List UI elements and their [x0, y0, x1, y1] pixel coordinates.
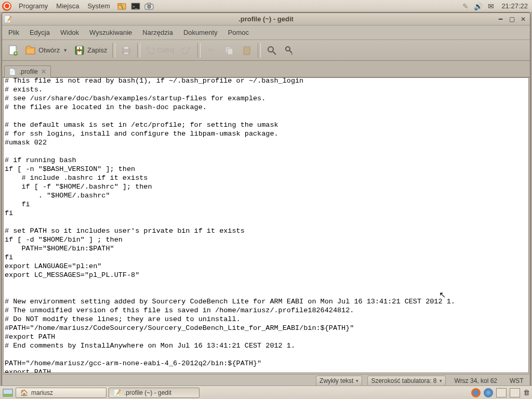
clock[interactable]: 21:27:22	[501, 2, 528, 10]
tab-close-icon[interactable]: ✕	[41, 68, 46, 75]
svg-text:+: +	[15, 51, 17, 56]
svg-rect-10	[26, 48, 35, 54]
workspace-switcher-2[interactable]	[510, 388, 520, 397]
svg-line-22	[273, 51, 276, 55]
close-button[interactable]: ✕	[518, 16, 528, 23]
tab-profile[interactable]: 📄 .profile ✕	[4, 65, 51, 77]
ubuntu-logo[interactable]	[2, 2, 11, 11]
svg-rect-15	[124, 46, 129, 49]
find-replace-button[interactable]	[282, 43, 297, 58]
task-mariusz[interactable]: 🏠 mariusz	[16, 388, 107, 398]
undo-button: Cofnij	[143, 43, 176, 58]
tab-label: .profile	[19, 68, 38, 75]
svg-rect-19	[244, 47, 250, 55]
open-label: Otwórz	[38, 46, 60, 54]
cut-button: ✂	[204, 43, 219, 58]
menubar: Plik Edycja Widok Wyszukiwanie Narzędzia…	[2, 25, 530, 40]
browser-icon[interactable]	[484, 388, 493, 397]
chevron-down-icon: ▾	[356, 378, 358, 383]
cursor-position: Wrsz 34, kol 62	[451, 376, 501, 386]
menu-system[interactable]: System	[83, 1, 114, 11]
copy-button	[221, 43, 237, 58]
mouse-pointer-icon: ↖	[439, 290, 446, 300]
svg-point-5	[148, 5, 151, 8]
menu-edit[interactable]: Edycja	[24, 26, 55, 38]
menu-programy[interactable]: Programy	[15, 1, 52, 11]
screenshot-icon[interactable]	[144, 2, 154, 10]
menu-file[interactable]: Plik	[3, 26, 24, 38]
open-button[interactable]: Otwórz ▼	[23, 43, 70, 58]
paste-button	[239, 43, 255, 58]
document-icon: 📝	[113, 389, 121, 396]
titlebar[interactable]: 📝 .profile (~) - gedit ━ ▢ ✕	[2, 13, 530, 25]
editor-area[interactable]: # This file is not read by bash(1), if ~…	[3, 77, 529, 373]
app-icon: 📝	[4, 16, 12, 23]
updates-icon[interactable]: ✎	[462, 2, 469, 10]
statusbar: Zwykły tekst ▾ Szerokość tabulatora: 8 ▾…	[2, 374, 530, 387]
find-button[interactable]	[264, 43, 280, 58]
menu-view[interactable]: Widok	[55, 26, 84, 38]
svg-point-23	[286, 47, 290, 51]
minimize-button[interactable]: ━	[496, 16, 505, 23]
volume-icon[interactable]: 🔊	[474, 2, 483, 10]
tabbar: 📄 .profile ✕	[2, 61, 530, 77]
menu-help[interactable]: Pomoc	[223, 26, 254, 38]
editor-content[interactable]: # This file is not read by bash(1), if ~…	[4, 77, 528, 373]
svg-rect-6	[148, 3, 151, 5]
svg-point-21	[268, 47, 273, 52]
redo-button	[179, 43, 194, 58]
chevron-down-icon: ▼	[63, 48, 68, 53]
task-gedit[interactable]: 📝 .profile (~) - gedit	[109, 388, 200, 398]
file-manager-icon[interactable]	[117, 2, 127, 10]
trash-icon[interactable]: 🗑	[523, 389, 530, 396]
svg-rect-20	[245, 46, 248, 48]
task-label: .profile (~) - gedit	[124, 389, 171, 396]
undo-label: Cofnij	[157, 46, 174, 54]
svg-rect-16	[124, 52, 129, 55]
svg-rect-1	[118, 4, 121, 5]
tabwidth-selector[interactable]: Szerokość tabulatora: 8 ▾	[367, 376, 445, 386]
svg-line-24	[289, 50, 292, 53]
gedit-window: 📝 .profile (~) - gedit ━ ▢ ✕ Plik Edycja…	[2, 12, 530, 387]
save-label: Zapisz	[87, 46, 107, 54]
home-icon: 🏠	[20, 389, 28, 396]
insert-mode: WST	[506, 376, 527, 386]
toolbar: + Otwórz ▼ Zapisz Cofnij ✂	[2, 40, 530, 61]
top-panel: Programy Miejsca System >_ ✎ 🔊 ✉ 21:27:2…	[0, 0, 532, 12]
syntax-selector[interactable]: Zwykły tekst ▾	[316, 376, 362, 386]
menu-miejsca[interactable]: Miejsca	[52, 1, 83, 11]
svg-rect-18	[228, 48, 233, 55]
bottom-panel: 🏠 mariusz 📝 .profile (~) - gedit 🗑	[0, 385, 532, 399]
menu-search[interactable]: Wyszukiwanie	[84, 26, 137, 38]
terminal-icon[interactable]: >_	[131, 2, 140, 10]
new-button[interactable]: +	[5, 43, 21, 58]
document-icon: 📄	[9, 69, 16, 75]
window-title: .profile (~) - gedit	[2, 15, 530, 23]
task-label: mariusz	[31, 389, 53, 396]
workspace-switcher-1[interactable]	[496, 388, 507, 397]
svg-text:>_: >_	[132, 4, 138, 9]
maximize-button[interactable]: ▢	[507, 16, 516, 23]
print-button	[118, 43, 134, 58]
mail-icon[interactable]: ✉	[488, 2, 494, 10]
save-button[interactable]: Zapisz	[72, 43, 109, 58]
firefox-icon[interactable]	[471, 388, 481, 397]
chevron-down-icon: ▾	[440, 378, 442, 383]
menu-tools[interactable]: Narzędzia	[137, 26, 178, 38]
menu-documents[interactable]: Dokumenty	[178, 26, 223, 38]
svg-rect-26	[3, 394, 12, 396]
show-desktop-icon[interactable]	[2, 389, 14, 397]
